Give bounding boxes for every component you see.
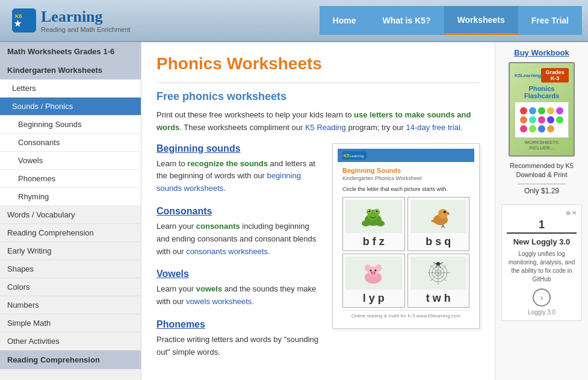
intro-part3: program; try our xyxy=(346,123,406,132)
consonants-heading[interactable]: Consonants xyxy=(156,206,320,217)
sidebar-item-words-vocabulary[interactable]: Words / Vocabulary xyxy=(0,206,141,224)
workbook-cover: K5Learning Grades K-3 Phonics Flashcards xyxy=(509,62,575,157)
vowels-text: Learn your vowels and the sounds they ma… xyxy=(156,283,320,308)
price-label: Only $1.29 xyxy=(518,184,566,195)
svg-point-50 xyxy=(520,125,527,132)
svg-point-21 xyxy=(365,264,371,272)
svg-line-37 xyxy=(439,265,441,268)
k5-reading-link[interactable]: K5 Reading xyxy=(305,123,346,132)
svg-line-36 xyxy=(436,265,437,268)
web-image xyxy=(410,257,467,290)
workbook-k5-label: K5Learning xyxy=(515,73,541,78)
sidebar-item-letters[interactable]: Letters xyxy=(0,79,141,98)
sidebar-item-math-worksheets[interactable]: Math Worksheets Grades 1-6 xyxy=(0,42,141,61)
buy-workbook-link[interactable]: Buy Workbook xyxy=(501,48,582,57)
sidebar-item-phonemes[interactable]: Phonemes xyxy=(0,170,141,188)
worksheet-header: K5 Learning xyxy=(338,149,474,162)
sidebar-item-colors[interactable]: Colors xyxy=(0,278,141,296)
nav-home[interactable]: Home xyxy=(320,6,370,35)
svg-point-52 xyxy=(538,125,545,132)
vowels-link[interactable]: vowels worksheets xyxy=(186,297,252,306)
page-layout: Math Worksheets Grades 1-6 Kindergarten … xyxy=(0,42,588,380)
ad-circle-icon: ⊗ xyxy=(566,210,571,216)
svg-point-25 xyxy=(374,272,375,273)
header: K5 ★ Learning Reading and Math Enrichmen… xyxy=(0,0,588,42)
ad-close-area: ⊗ ✕ xyxy=(507,210,577,216)
nav-what[interactable]: What is K5? xyxy=(370,6,444,35)
sidebar-item-sounds-phonics[interactable]: Sounds / Phonics xyxy=(0,98,141,116)
ad-next-button[interactable]: › xyxy=(533,288,551,307)
intro-text: Print out these free worksheets to help … xyxy=(156,109,480,134)
worksheet-cell-bird: b s q xyxy=(407,197,470,251)
right-sidebar: Buy Workbook K5Learning Grades K-3 Phoni… xyxy=(495,42,588,380)
phonemes-heading[interactable]: Phonemes xyxy=(156,319,320,330)
sidebar-item-vowels[interactable]: Vowels xyxy=(0,152,141,170)
sidebar-item-consonants[interactable]: Consonants xyxy=(0,134,141,152)
section-phonemes: Phonemes Practice writing letters and wo… xyxy=(156,319,320,359)
main-content: Phonics Worksheets Free phonics workshee… xyxy=(141,42,495,380)
svg-text:★: ★ xyxy=(14,19,22,28)
sidebar-item-kindergarten[interactable]: Kindergarten Worksheets xyxy=(0,61,141,79)
svg-point-22 xyxy=(376,264,382,272)
consonants-text: Learn your consonants including beginnin… xyxy=(156,220,320,258)
svg-point-24 xyxy=(371,272,373,273)
worksheet-title: Beginning Sounds xyxy=(342,167,469,174)
workbook-grade-badge: Grades K-3 xyxy=(541,68,569,83)
svg-point-44 xyxy=(556,107,563,114)
svg-point-17 xyxy=(438,209,448,219)
buy-workbook-section: Buy Workbook K5Learning Grades K-3 Phoni… xyxy=(501,48,582,195)
recommend-text: Recommended by K5 Download & Print xyxy=(501,161,582,180)
ad-body-text: Loggly unifies log monitoring, analysis,… xyxy=(507,250,577,284)
section-vowels: Vowels Learn your vowels and the sounds … xyxy=(156,269,320,308)
sidebar-item-numbers[interactable]: Numbers xyxy=(0,296,141,314)
section-title: Free phonics worksheets xyxy=(156,90,480,103)
workbook-footer-text: WORKSHEETS INCLUDE... xyxy=(515,140,569,151)
svg-point-43 xyxy=(547,107,554,114)
bird-image xyxy=(410,200,467,233)
sidebar: Math Worksheets Grades 1-6 Kindergarten … xyxy=(0,42,141,380)
sidebar-item-simple-math[interactable]: Simple Math xyxy=(0,314,141,332)
sidebar-item-other-activities[interactable]: Other Activities xyxy=(0,332,141,350)
svg-point-23 xyxy=(370,271,376,276)
svg-point-46 xyxy=(529,116,536,123)
svg-point-47 xyxy=(538,116,545,123)
ad-brand: Loggly 3.0 xyxy=(507,309,577,316)
sidebar-item-reading-comp-footer[interactable]: Reading Comprehension xyxy=(0,350,141,369)
workbook-title: Phonics Flashcards xyxy=(515,85,569,99)
ad-number: 1 xyxy=(507,219,577,234)
svg-text:Learning: Learning xyxy=(350,154,364,158)
sidebar-item-reading-comprehension[interactable]: Reading Comprehension xyxy=(0,224,141,242)
svg-point-41 xyxy=(529,107,536,114)
vowels-heading[interactable]: Vowels xyxy=(156,269,320,279)
beginning-sounds-heading[interactable]: Beginning sounds xyxy=(156,143,320,154)
phonemes-text: Practice writing letters and words by "s… xyxy=(156,334,320,359)
worksheet-grid: b f z xyxy=(342,197,469,308)
sidebar-item-rhyming[interactable]: Rhyming xyxy=(0,188,141,206)
worksheet-subtitle: Kindergarten Phonics Worksheet xyxy=(342,175,469,181)
worksheet-cell-frog: b f z xyxy=(342,197,405,251)
consonants-link[interactable]: consonants worksheets xyxy=(186,247,268,256)
ad-x-icon[interactable]: ✕ xyxy=(572,210,577,216)
nav-worksheets[interactable]: Worksheets xyxy=(444,6,518,35)
svg-point-51 xyxy=(529,125,536,132)
logo-subtitle: Reading and Math Enrichment xyxy=(41,26,131,33)
svg-line-38 xyxy=(433,263,436,264)
logo-icon: K5 ★ xyxy=(12,8,36,33)
free-trial-link[interactable]: 14-day free trial xyxy=(406,123,460,132)
worksheet-cell-web: t w h xyxy=(407,254,470,308)
main-nav: Home What is K5? Worksheets Free Trial xyxy=(320,0,588,41)
svg-point-13 xyxy=(376,210,378,212)
section-beginning-sounds: Beginning sounds Learn to recognize the … xyxy=(156,143,320,195)
nav-free-trial[interactable]: Free Trial xyxy=(518,6,582,35)
intro-part2: . These worksheets compliment our xyxy=(179,123,305,132)
ad-title: New Loggly 3.0 xyxy=(507,237,577,246)
frog-image xyxy=(345,200,402,233)
advertisement: ⊗ ✕ 1 New Loggly 3.0 Loggly unifies log … xyxy=(501,204,582,321)
worksheet-preview: K5 Learning Beginning Sounds Kindergarte… xyxy=(332,143,480,329)
svg-point-27 xyxy=(375,269,377,271)
sidebar-item-shapes[interactable]: Shapes xyxy=(0,260,141,278)
workbook-image-area xyxy=(515,102,569,138)
logo-learning: Learning xyxy=(41,8,103,25)
sidebar-item-early-writing[interactable]: Early Writing xyxy=(0,242,141,260)
sidebar-item-beginning-sounds[interactable]: Beginning Sounds xyxy=(0,116,141,134)
